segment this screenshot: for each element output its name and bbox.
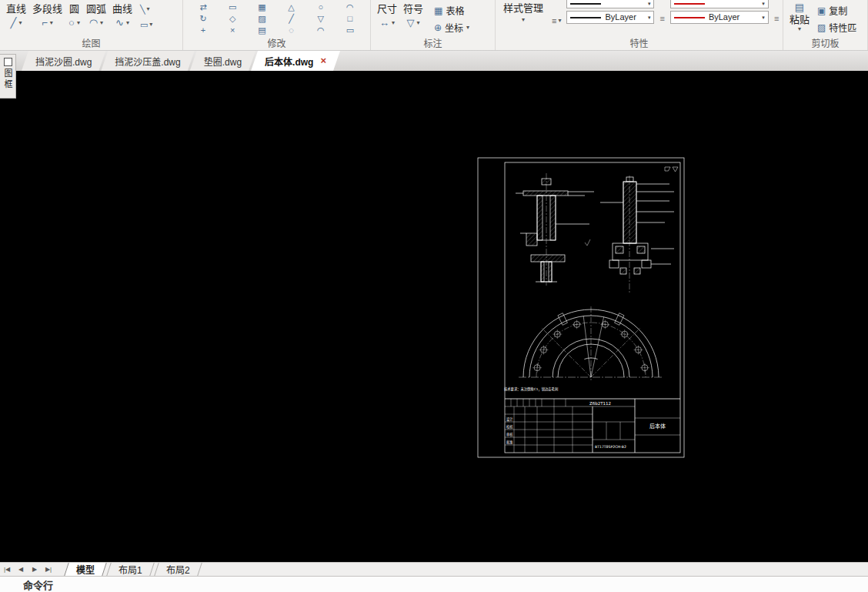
- model-tab[interactable]: 模型: [64, 563, 107, 576]
- circle-icon: ○: [68, 18, 75, 28]
- rectangle-icon: ▭: [140, 19, 148, 30]
- copy-button[interactable]: ▣复制: [817, 4, 856, 17]
- layout-tab-bar: |◀ ◀ ▶ ▶| 模型 布局1 布局2: [0, 562, 868, 576]
- file-tab[interactable]: 挡泥沙压盖.dwg: [101, 51, 194, 71]
- chevron-down-icon[interactable]: ▾: [522, 17, 525, 23]
- chevron-down-icon[interactable]: ▾: [762, 15, 765, 21]
- linetype-combobox[interactable]: ByLayer ▾: [566, 11, 654, 24]
- symbol-tool-button[interactable]: 符号 ▽▾: [400, 1, 426, 30]
- section-view-left: [516, 173, 594, 286]
- chevron-down-icon[interactable]: ▾: [100, 20, 103, 26]
- modify-tool-icon[interactable]: ▦: [251, 2, 272, 13]
- coordinate-tool-label: 坐标: [445, 21, 463, 34]
- drawing-canvas[interactable]: 技术要求：未注倒角C1，锐边去毛刺: [0, 71, 868, 562]
- arc-tool-label: 圆弧: [86, 2, 106, 15]
- ribbon-group-clipboard: ▤ 粘贴 ▾ ▣复制 ▨特性匹 剪切板: [783, 0, 868, 50]
- table-tool-button[interactable]: ▦表格: [434, 4, 469, 17]
- file-tab[interactable]: 挡泥沙圈.dwg: [22, 51, 105, 71]
- modify-tool-icon[interactable]: ↻: [192, 13, 214, 25]
- layout1-tab[interactable]: 布局1: [106, 563, 154, 576]
- modify-tool-icon[interactable]: ⇄: [192, 2, 214, 13]
- curve-icon: ∿: [115, 18, 124, 28]
- sketch-tool-button[interactable]: ╲▾: [140, 4, 152, 15]
- coordinate-tool-button[interactable]: ⊕坐标▾: [434, 21, 469, 34]
- chevron-down-icon[interactable]: ▾: [648, 15, 651, 21]
- file-tab[interactable]: 垫圈.dwg: [190, 51, 255, 71]
- chevron-down-icon[interactable]: ▾: [126, 20, 129, 26]
- frame-panel-icon: [4, 58, 12, 66]
- line-icon: ╱: [11, 18, 17, 28]
- modify-tool-icon[interactable]: △: [280, 2, 302, 13]
- file-tab-active[interactable]: 后本体.dwg ×: [251, 51, 340, 71]
- frame-panel-tab[interactable]: 图框: [0, 54, 16, 99]
- command-bar[interactable]: 命令行: [0, 576, 868, 592]
- drawing-outer-frame: [478, 158, 684, 457]
- modify-tool-icon[interactable]: ▤: [251, 25, 272, 36]
- modify-tool-icon[interactable]: ◠: [339, 2, 361, 13]
- modify-tool-icon[interactable]: ▭: [339, 25, 361, 36]
- layer-combobox[interactable]: ▾: [670, 0, 769, 8]
- dimension-tool-button[interactable]: 尺寸 ↔▾: [374, 1, 400, 30]
- dimension-tool-label: 尺寸: [377, 2, 397, 15]
- ribbon-group-draw: 直线 ╱▾ 多段线 ⌐▾ 圆 ○▾ 圆弧 ◠▾ 曲线 ∿▾: [0, 0, 183, 50]
- modify-tool-icon[interactable]: +: [192, 25, 214, 36]
- title-block-sign-label: 校核: [506, 424, 513, 430]
- chevron-down-icon[interactable]: ▾: [466, 25, 469, 31]
- layer-list-icon[interactable]: ≡: [659, 0, 664, 23]
- modify-tool-icon[interactable]: ▽: [310, 13, 332, 25]
- pencil-icon: ╲: [140, 4, 145, 15]
- modify-tool-icon[interactable]: ◌: [280, 25, 302, 36]
- title-block-sign-label: 批准: [506, 440, 512, 445]
- chevron-down-icon[interactable]: ▾: [149, 22, 152, 28]
- match-properties-button[interactable]: ▨特性匹: [817, 21, 856, 34]
- layout2-tab[interactable]: 布局2: [154, 563, 202, 576]
- model-tab-label: 模型: [76, 563, 95, 576]
- table-tool-label: 表格: [446, 4, 464, 17]
- polyline-tool-button[interactable]: 多段线 ⌐▾: [29, 1, 65, 30]
- copy-label: 复制: [829, 4, 847, 17]
- lineweight-combobox[interactable]: ▾: [566, 0, 654, 8]
- title-block: Z6b2T112 后本体 BT17T8SP2CM-B2 设计 校核 审核 批准: [505, 399, 680, 453]
- modify-tool-icon[interactable]: ×: [222, 25, 243, 36]
- chevron-down-icon[interactable]: ▾: [77, 20, 80, 26]
- paste-button[interactable]: ▤ 粘贴 ▾: [786, 1, 813, 34]
- linetype-value: ByLayer: [605, 12, 643, 23]
- line-tool-button[interactable]: 直线 ╱▾: [3, 1, 29, 30]
- previous-layout-icon[interactable]: ◀: [14, 563, 28, 576]
- title-block-drawing-no: BT17T8SP2CM-B2: [595, 445, 626, 449]
- properties-panel-icon[interactable]: ≡: [774, 0, 779, 23]
- dimension-icon: ↔: [379, 18, 389, 28]
- modify-tool-icon[interactable]: ◇: [222, 13, 243, 25]
- paste-label: 粘贴: [790, 13, 810, 26]
- next-layout-icon[interactable]: ▶: [28, 563, 42, 576]
- title-block-sign-label: 审核: [506, 432, 513, 437]
- chevron-down-icon[interactable]: ▾: [798, 26, 801, 32]
- chevron-down-icon[interactable]: ▾: [648, 1, 651, 7]
- chevron-down-icon[interactable]: ▾: [18, 20, 22, 26]
- modify-tool-icon[interactable]: ◠: [310, 25, 332, 36]
- chevron-down-icon[interactable]: ▾: [50, 20, 53, 26]
- arc-view: [519, 306, 663, 381]
- title-block-sign-label: 设计: [506, 416, 512, 422]
- modify-tool-icon[interactable]: ╱: [280, 13, 302, 25]
- modify-tool-icon[interactable]: ○: [310, 2, 332, 13]
- properties-menu-button[interactable]: ≡ ▾: [552, 0, 561, 26]
- color-combobox[interactable]: ByLayer ▾: [670, 11, 769, 24]
- chevron-down-icon[interactable]: ▾: [417, 20, 420, 26]
- close-tab-icon[interactable]: ×: [320, 56, 326, 65]
- rectangle-tool-button[interactable]: ▭▾: [140, 19, 152, 30]
- menu-icon: ≡: [552, 15, 556, 26]
- last-layout-icon[interactable]: ▶|: [42, 563, 55, 576]
- circle-tool-button[interactable]: 圆 ○▾: [65, 1, 83, 30]
- modify-tool-icon[interactable]: ▭: [222, 2, 243, 13]
- chevron-down-icon[interactable]: ▾: [762, 1, 765, 7]
- chevron-down-icon[interactable]: ▾: [558, 18, 561, 24]
- modify-tool-icon[interactable]: □: [339, 13, 361, 25]
- arc-tool-button[interactable]: 圆弧 ◠▾: [83, 1, 109, 30]
- first-layout-icon[interactable]: |◀: [0, 563, 14, 576]
- style-manager-button[interactable]: 样式管理 ▾: [500, 0, 546, 25]
- chevron-down-icon[interactable]: ▾: [147, 6, 150, 12]
- chevron-down-icon[interactable]: ▾: [392, 20, 395, 26]
- curve-tool-button[interactable]: 曲线 ∿▾: [109, 1, 135, 30]
- modify-tool-icon[interactable]: ▨: [251, 13, 272, 25]
